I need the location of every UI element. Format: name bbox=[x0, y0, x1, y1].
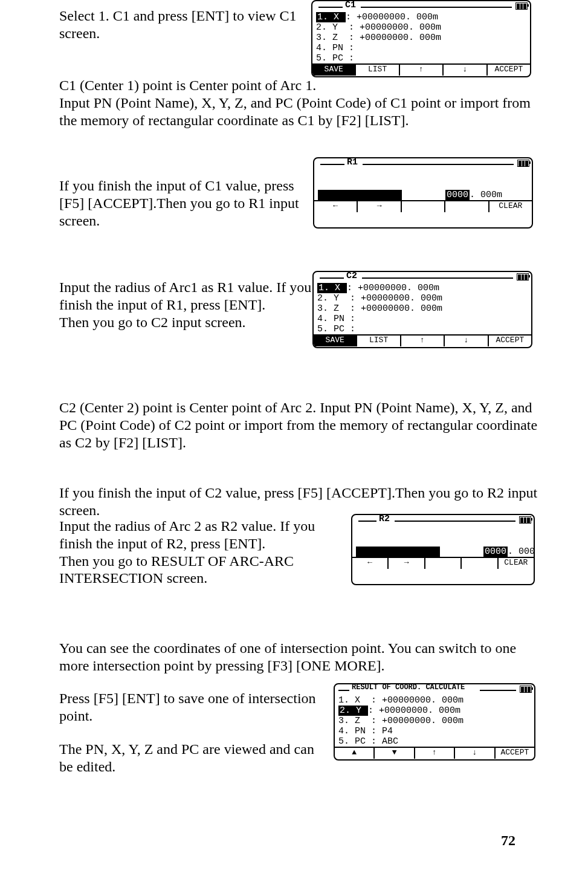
softkey[interactable]: ▼ bbox=[375, 748, 415, 759]
lcd-softkeys: ←→CLEAR bbox=[352, 557, 534, 569]
softkey[interactable] bbox=[462, 558, 498, 569]
lcd-selected-label: 2. Y bbox=[338, 706, 368, 716]
softkey[interactable]: ↓ bbox=[444, 65, 487, 76]
text: C1 (Center 1) point is Center point of A… bbox=[59, 77, 531, 128]
lcd-screen-result: RESULT OF COORD. CALCULATE 1. X : +00000… bbox=[334, 683, 535, 761]
lcd-row bbox=[352, 526, 534, 536]
lcd-text: : +00000000. 000m bbox=[346, 12, 438, 22]
lcd-row: 5. PC : ABC bbox=[335, 736, 534, 747]
lcd-value-tail: . 000m bbox=[470, 190, 502, 200]
lcd-text bbox=[356, 526, 361, 536]
softkey[interactable]: ↑ bbox=[415, 748, 455, 759]
lcd-value: 0000 bbox=[445, 190, 470, 200]
lcd-row: 5. PC : bbox=[314, 324, 531, 334]
lcd-screen-r2: R2 0000. 000m ←→CLEAR bbox=[351, 514, 535, 585]
lcd-softkeys: ←→CLEAR bbox=[314, 200, 532, 212]
lcd-row bbox=[314, 180, 532, 190]
lcd-text: 5. PC : ABC bbox=[338, 736, 398, 747]
softkey[interactable]: LIST bbox=[357, 336, 401, 346]
lcd-title-row: R2 bbox=[352, 515, 534, 526]
text: Press [F5] [ENT] to save one of intersec… bbox=[59, 690, 316, 724]
paragraph-7: Input the radius of Arc 2 as R2 value. I… bbox=[59, 517, 349, 587]
battery-icon bbox=[517, 160, 529, 167]
lcd-screen-r1: R1 0000. 000m ←→CLEAR bbox=[313, 157, 533, 229]
softkey[interactable]: ACCEPT bbox=[488, 65, 530, 76]
battery-icon bbox=[520, 686, 532, 693]
softkey[interactable]: ACCEPT bbox=[489, 336, 531, 346]
softkey[interactable]: ↑ bbox=[401, 336, 445, 346]
paragraph-2: C1 (Center 1) point is Center point of A… bbox=[59, 77, 543, 129]
lcd-value-tail: . 000m bbox=[508, 547, 535, 557]
softkey[interactable]: → bbox=[389, 558, 425, 569]
lcd-softkeys: SAVELIST↑↓ACCEPT bbox=[314, 334, 531, 346]
lcd-row: 3. Z : +00000000. 000m bbox=[314, 303, 531, 314]
lcd-value: 0000 bbox=[483, 547, 508, 557]
lcd-softkeys: ▲▼↑↓ACCEPT bbox=[335, 747, 534, 759]
lcd-text: : +00000000. 000m bbox=[347, 283, 439, 293]
lcd-body: 1. X : +00000000. 000m2. Y : +00000000. … bbox=[314, 283, 531, 334]
lcd-row bbox=[352, 536, 534, 547]
softkey[interactable]: ↑ bbox=[400, 65, 444, 76]
paragraph-10: The PN, X, Y, Z and PC are viewed and ca… bbox=[59, 741, 331, 776]
lcd-softkeys: SAVELIST↑↓ACCEPT bbox=[312, 63, 530, 76]
lcd-text: 5. PC : bbox=[316, 53, 354, 63]
lcd-body: 0000. 000m bbox=[352, 526, 534, 557]
lcd-text: 4. PN : bbox=[316, 43, 354, 53]
softkey[interactable]: ← bbox=[352, 558, 389, 569]
lcd-text: 2. Y : +00000000. 000m bbox=[316, 22, 441, 33]
softkey[interactable]: SAVE bbox=[314, 336, 357, 346]
lcd-row: 2. Y : +00000000. 000m bbox=[335, 706, 534, 716]
lcd-row: 2. Y : +00000000. 000m bbox=[312, 22, 530, 33]
lcd-text bbox=[318, 169, 323, 180]
softkey[interactable]: → bbox=[358, 201, 401, 212]
softkey[interactable]: ← bbox=[314, 201, 358, 212]
softkey[interactable]: SAVE bbox=[312, 65, 356, 76]
softkey[interactable] bbox=[445, 201, 489, 212]
text: If you finish the input of C1 value, pre… bbox=[59, 178, 299, 229]
lcd-selected-label bbox=[356, 547, 440, 557]
softkey[interactable] bbox=[402, 201, 445, 212]
lcd-selected-label: 1. X bbox=[316, 12, 346, 22]
softkey[interactable]: LIST bbox=[356, 65, 399, 76]
lcd-row: 1. X : +00000000. 000m bbox=[312, 12, 530, 22]
softkey[interactable]: CLEAR bbox=[489, 201, 532, 212]
lcd-screen-c2: C2 1. X : +00000000. 000m2. Y : +0000000… bbox=[312, 271, 532, 348]
lcd-text: 3. Z : +00000000. 000m bbox=[316, 33, 441, 43]
lcd-row: 3. Z : +00000000. 000m bbox=[335, 716, 534, 726]
paragraph-5: C2 (Center 2) point is Center point of A… bbox=[59, 399, 543, 451]
lcd-title: C1 bbox=[344, 0, 357, 11]
lcd-row: 1. X : +00000000. 000m bbox=[335, 695, 534, 706]
lcd-title-row: C2 bbox=[314, 272, 531, 283]
softkey[interactable]: ACCEPT bbox=[496, 748, 534, 759]
lcd-row: 0000. 000m bbox=[352, 547, 534, 557]
lcd-title: RESULT OF COORD. CALCULATE bbox=[351, 683, 466, 692]
lcd-text: : +00000000. 000m bbox=[368, 706, 460, 716]
lcd-body: 1. X : +00000000. 000m2. Y : +00000000. … bbox=[335, 695, 534, 747]
battery-icon bbox=[517, 273, 529, 281]
lcd-title-row: R1 bbox=[314, 158, 532, 169]
softkey[interactable] bbox=[425, 558, 462, 569]
lcd-title: R1 bbox=[346, 157, 359, 168]
softkey[interactable]: ↓ bbox=[455, 748, 495, 759]
lcd-text: 4. PN : bbox=[317, 314, 355, 324]
lcd-row: 0000. 000m bbox=[314, 190, 532, 200]
lcd-selected-label bbox=[318, 190, 402, 200]
paragraph-1: Select 1. C1 and press [ENT] to view C1 … bbox=[59, 7, 313, 42]
softkey[interactable]: ↓ bbox=[445, 336, 488, 346]
text: Select 1. C1 and press [ENT] to view C1 … bbox=[59, 8, 297, 41]
battery-icon bbox=[515, 2, 528, 10]
lcd-text: 5. PC : bbox=[317, 324, 355, 334]
text: Input the radius of Arc1 as R1 value. If… bbox=[59, 279, 311, 330]
lcd-text: 3. Z : +00000000. 000m bbox=[338, 716, 464, 726]
lcd-title-row: C1 bbox=[312, 1, 530, 12]
lcd-row: 4. PN : bbox=[314, 314, 531, 324]
lcd-text: 4. PN : P4 bbox=[338, 726, 393, 736]
paragraph-3: If you finish the input of C1 value, pre… bbox=[59, 177, 313, 229]
softkey[interactable]: ▲ bbox=[335, 748, 375, 759]
lcd-title: C2 bbox=[345, 271, 358, 282]
text: The PN, X, Y, Z and PC are viewed and ca… bbox=[59, 741, 314, 774]
lcd-title-row: RESULT OF COORD. CALCULATE bbox=[335, 684, 534, 695]
softkey[interactable]: CLEAR bbox=[499, 558, 534, 569]
lcd-row: 5. PC : bbox=[312, 53, 530, 63]
lcd-row: 4. PN : bbox=[312, 43, 530, 53]
